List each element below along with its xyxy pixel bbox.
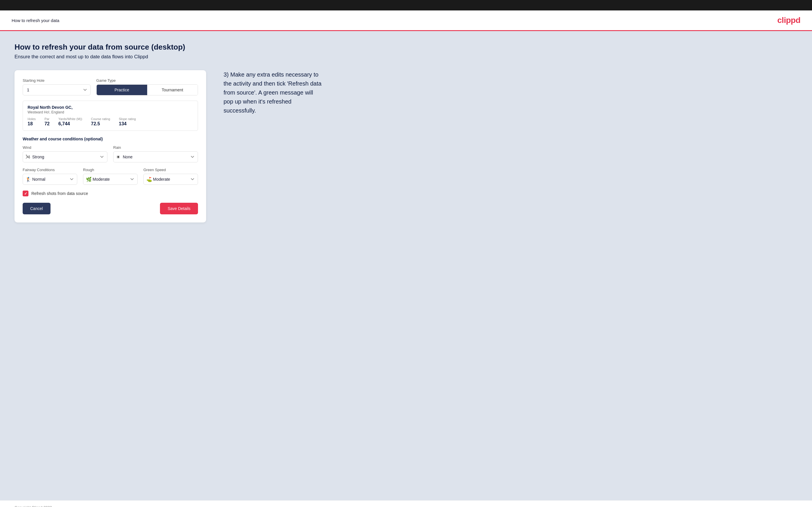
description-panel: 3) Make any extra edits necessary to the… [223, 70, 322, 115]
slope-rating-stat: Slope rating 134 [119, 117, 136, 126]
green-speed-label: Green Speed [143, 168, 198, 172]
header-title: How to refresh your data [12, 18, 59, 23]
starting-hole-label: Starting Hole [22, 78, 91, 83]
slope-rating-label: Slope rating [119, 117, 136, 121]
par-value: 72 [44, 121, 50, 126]
conditions-row2: Fairway Conditions 🏌 Normal Rough 🌿 [22, 168, 198, 185]
footer-text: Copyright Clippd 2022 [14, 505, 52, 507]
logo: clippd [777, 16, 800, 25]
save-button[interactable]: Save Details [160, 203, 198, 214]
rough-group: Rough 🌿 Moderate [83, 168, 138, 185]
green-speed-group: Green Speed ⛳ Moderate [143, 168, 198, 185]
conditions-section: Weather and course conditions (optional)… [22, 136, 198, 185]
par-label: Par [44, 117, 50, 121]
conditions-heading: Weather and course conditions (optional) [22, 136, 198, 141]
holes-stat: Holes 18 [28, 117, 36, 126]
course-rating-value: 72.5 [91, 121, 110, 126]
refresh-checkbox-row[interactable]: Refresh shots from data source [22, 190, 198, 196]
tournament-button[interactable]: Tournament [147, 85, 198, 95]
course-info: Royal North Devon GC, Westward Ho!, Engl… [22, 101, 198, 131]
course-rating-stat: Course rating 72.5 [91, 117, 110, 126]
game-type-toggle: Practice Tournament [96, 84, 198, 96]
footer: Copyright Clippd 2022 [0, 500, 812, 507]
rough-select[interactable]: Moderate [83, 174, 138, 185]
rain-group: Rain ☀ None [113, 145, 198, 162]
holes-label: Holes [28, 117, 36, 121]
description-text: 3) Make any extra edits necessary to the… [223, 70, 322, 115]
wind-group: Wind 🌬 Strong [22, 145, 107, 162]
fairway-label: Fairway Conditions [22, 168, 77, 172]
course-location: Westward Ho!, England [28, 110, 193, 114]
form-card: Starting Hole 1 Game Type Practice Tourn… [14, 70, 206, 222]
wind-select[interactable]: Strong [22, 152, 107, 162]
starting-hole-select[interactable]: 1 [22, 84, 91, 96]
cancel-button[interactable]: Cancel [22, 203, 51, 214]
yards-label: Yards/White (M)) [58, 117, 82, 121]
holes-value: 18 [28, 121, 36, 126]
slope-rating-value: 134 [119, 121, 136, 126]
page-title: How to refresh your data from source (de… [14, 43, 798, 52]
rain-select-wrapper: ☀ None [113, 152, 198, 162]
yards-value: 6,744 [58, 121, 82, 126]
green-speed-select[interactable]: Moderate [143, 174, 198, 185]
rain-label: Rain [113, 145, 198, 150]
wind-label: Wind [22, 145, 107, 150]
yards-stat: Yards/White (M)) 6,744 [58, 117, 82, 126]
game-type-label: Game Type [96, 78, 198, 83]
fairway-group: Fairway Conditions 🏌 Normal [22, 168, 77, 185]
course-name: Royal North Devon GC, [28, 105, 193, 110]
page-subtitle: Ensure the correct and most up to date d… [14, 54, 798, 60]
rain-select[interactable]: None [113, 152, 198, 162]
course-rating-label: Course rating [91, 117, 110, 121]
green-speed-select-wrapper: ⛳ Moderate [143, 174, 198, 185]
fairway-select[interactable]: Normal [22, 174, 77, 185]
content-row: Starting Hole 1 Game Type Practice Tourn… [14, 70, 798, 222]
refresh-label: Refresh shots from data source [31, 191, 88, 196]
wind-select-wrapper: 🌬 Strong [22, 152, 107, 162]
rough-label: Rough [83, 168, 138, 172]
refresh-checkbox[interactable] [22, 190, 29, 196]
par-stat: Par 72 [44, 117, 50, 126]
practice-button[interactable]: Practice [97, 85, 147, 95]
course-stats: Holes 18 Par 72 Yards/White (M)) 6,744 C… [28, 117, 193, 126]
top-form-row: Starting Hole 1 Game Type Practice Tourn… [22, 78, 198, 96]
top-bar [0, 0, 812, 10]
action-buttons: Cancel Save Details [22, 203, 198, 214]
game-type-group: Game Type Practice Tournament [96, 78, 198, 96]
fairway-select-wrapper: 🏌 Normal [22, 174, 77, 185]
main-content: How to refresh your data from source (de… [0, 31, 812, 500]
rough-select-wrapper: 🌿 Moderate [83, 174, 138, 185]
starting-hole-group: Starting Hole 1 [22, 78, 91, 96]
header: How to refresh your data clippd [0, 10, 812, 31]
wind-rain-row: Wind 🌬 Strong Rain ☀ [22, 145, 198, 162]
